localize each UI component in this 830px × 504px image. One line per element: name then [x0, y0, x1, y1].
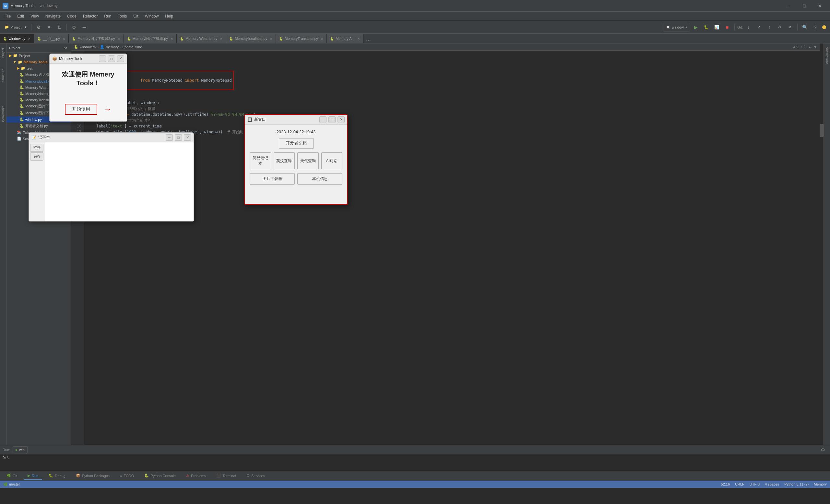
nw-devdoc-btn[interactable]: 开发者文档: [279, 138, 314, 149]
breadcrumb-part1[interactable]: memory: [106, 45, 119, 49]
run-settings-btn[interactable]: ⚙: [818, 445, 827, 454]
popup-notepad-maximize[interactable]: □: [175, 134, 182, 141]
debug-btn[interactable]: 🐛: [702, 23, 711, 32]
menu-tools[interactable]: Tools: [115, 13, 130, 20]
tree-devdoc[interactable]: 🐍 开发者文档.py: [6, 123, 71, 129]
toolbar-run-btn2[interactable]: ≡: [44, 23, 54, 32]
bottom-tab-todo[interactable]: ≡ TODO: [116, 473, 138, 480]
bottom-tab-debug[interactable]: 🐛 Debug: [45, 472, 69, 480]
start-button[interactable]: 开始使用: [65, 104, 97, 115]
status-git[interactable]: 🌿 master: [3, 482, 20, 486]
notification-badge[interactable]: [822, 25, 826, 29]
notepad-open-btn[interactable]: 打开: [30, 144, 43, 152]
bottom-tab-run[interactable]: ▶ Run: [24, 472, 42, 480]
services-tab-label: Services: [251, 474, 265, 478]
menu-view[interactable]: View: [27, 13, 42, 20]
tab-memory-a[interactable]: 🐍 Memory A... ✕: [327, 34, 363, 43]
menu-navigate[interactable]: Navigate: [42, 13, 64, 20]
minimize-btn[interactable]: ─: [781, 1, 796, 11]
stop-btn[interactable]: ■: [723, 23, 732, 32]
popup-nw-maximize[interactable]: □: [328, 117, 336, 123]
search-btn[interactable]: 🔍: [800, 23, 809, 32]
menu-git[interactable]: Git: [130, 13, 141, 20]
scrollbar-track[interactable]: [820, 43, 824, 445]
tab-weather[interactable]: 🐍 Memory Weather.py ✕: [177, 34, 226, 43]
bottom-tab-pypkg[interactable]: 📦 Python Packages: [72, 472, 114, 480]
run-btn[interactable]: ▶: [692, 23, 701, 32]
bottom-tab-pyconsole[interactable]: 🐍 Python Console: [140, 472, 180, 480]
toolbar-project-dropdown[interactable]: 📁 Project ▾: [3, 23, 29, 32]
tab-close-1[interactable]: ✕: [63, 37, 65, 40]
popup-notepad-close[interactable]: ✕: [184, 134, 191, 141]
run-config-small[interactable]: ▶ win: [13, 446, 28, 453]
notepad-editor[interactable]: [45, 143, 194, 221]
tree-imgdl-label: Memory图片下...: [25, 111, 52, 116]
profile-btn[interactable]: 📊: [712, 23, 722, 32]
tab-close-3[interactable]: ✕: [170, 37, 173, 40]
close-btn[interactable]: ✕: [812, 1, 827, 11]
sidebar-label-project[interactable]: Project: [1, 47, 5, 59]
menu-run[interactable]: Run: [101, 13, 115, 20]
tab-img-dl[interactable]: 🐍 Memory图片下载器.py ✕: [124, 34, 177, 43]
chevron-icon2: ▶: [17, 66, 20, 70]
menu-file[interactable]: File: [1, 13, 14, 20]
toolbar-diff-btn[interactable]: ⇅: [55, 23, 64, 32]
breadcrumb-part2[interactable]: update_time: [123, 45, 142, 49]
code-content[interactable]: import webbrowser from MemoryNotepad imp…: [84, 51, 820, 445]
nw-btn-imgdl[interactable]: 图片下载器: [250, 173, 295, 185]
toolbar-build-btn[interactable]: ⚙: [34, 23, 43, 32]
bottom-tab-problems[interactable]: ⚠ Problems: [182, 472, 210, 480]
toolbar-settings-btn[interactable]: ⚙: [69, 23, 78, 32]
popup-nw-minimize[interactable]: ─: [319, 117, 326, 123]
tab-close-7[interactable]: ✕: [357, 37, 360, 40]
tab-close-5[interactable]: ✕: [270, 37, 272, 40]
notepad-save-btn[interactable]: 另存: [30, 152, 43, 161]
tab-close-2[interactable]: ✕: [118, 37, 120, 40]
notepad-textarea[interactable]: [46, 144, 192, 220]
breadcrumb-part0[interactable]: window.py: [80, 45, 96, 49]
git-stash-btn[interactable]: ⏱: [775, 23, 784, 32]
git-commit-btn[interactable]: ✓: [755, 23, 764, 32]
scrollbar-thumb[interactable]: [820, 124, 824, 137]
popup-notepad-minimize[interactable]: ─: [166, 134, 173, 141]
menu-help[interactable]: Help: [162, 13, 177, 20]
code-editor[interactable]: 4 5 6 7 8 9 10 11 12 13 14 15 16 17 18 1…: [71, 51, 820, 445]
git-history-btn[interactable]: ↺: [786, 23, 795, 32]
tab-localhost[interactable]: 🐍 Memory.localhost.py ✕: [226, 34, 276, 43]
sidebar-label-structure[interactable]: Structure: [1, 67, 5, 83]
tab-close-6[interactable]: ✕: [321, 37, 323, 40]
bottom-tab-services[interactable]: ⚙ Services: [243, 472, 269, 480]
nw-btn-notepad[interactable]: 简易笔记本: [250, 152, 271, 169]
run-config[interactable]: 🔲 window ▾: [663, 23, 690, 31]
git-push-btn[interactable]: ↑: [765, 23, 774, 32]
notifications-label[interactable]: Notifications: [825, 47, 829, 64]
tab-window-py[interactable]: 🐍 window.py ✕: [0, 34, 34, 43]
arrow-right-icon: →: [104, 105, 111, 114]
popup-nw-close[interactable]: ✕: [338, 117, 345, 123]
project-settings-btn[interactable]: ⚙: [63, 45, 68, 51]
nw-btn-ai[interactable]: AI对话: [321, 152, 343, 169]
tab-init-py[interactable]: 🐍 __init__.py ✕: [34, 34, 69, 43]
tab-close-0[interactable]: ✕: [28, 37, 30, 40]
sidebar-label-bookmarks[interactable]: Bookmarks: [1, 104, 5, 123]
toolbar-dash-btn[interactable]: ─: [80, 23, 89, 32]
maximize-btn[interactable]: □: [797, 1, 812, 11]
tab-translator[interactable]: 🐍 MemoryTranslator.py ✕: [276, 34, 327, 43]
menu-window[interactable]: Window: [142, 13, 162, 20]
menu-code[interactable]: Code: [64, 13, 80, 20]
tab-close-4[interactable]: ✕: [220, 37, 222, 40]
nw-btn-weather[interactable]: 天气查询: [297, 152, 319, 169]
tab-img-dl2[interactable]: 🐍 Memory图片下载器2.py ✕: [69, 34, 124, 43]
popup-welcome-maximize[interactable]: □: [108, 56, 115, 62]
add-tab-btn[interactable]: ⋯: [363, 38, 373, 43]
menu-refactor[interactable]: Refactor: [80, 13, 101, 20]
nw-btn-sysinfo[interactable]: 本机信息: [297, 173, 342, 185]
git-update-btn[interactable]: ↓: [744, 23, 753, 32]
bottom-tab-terminal[interactable]: ⬛ Terminal: [212, 472, 240, 480]
bottom-tab-git[interactable]: 🌿 Git: [3, 472, 21, 480]
menu-edit[interactable]: Edit: [14, 13, 27, 20]
popup-welcome-close[interactable]: ✕: [117, 56, 124, 62]
help-btn[interactable]: ?: [810, 23, 820, 32]
popup-welcome-minimize[interactable]: ─: [99, 56, 106, 62]
nw-btn-translate[interactable]: 英汉互译: [274, 152, 295, 169]
